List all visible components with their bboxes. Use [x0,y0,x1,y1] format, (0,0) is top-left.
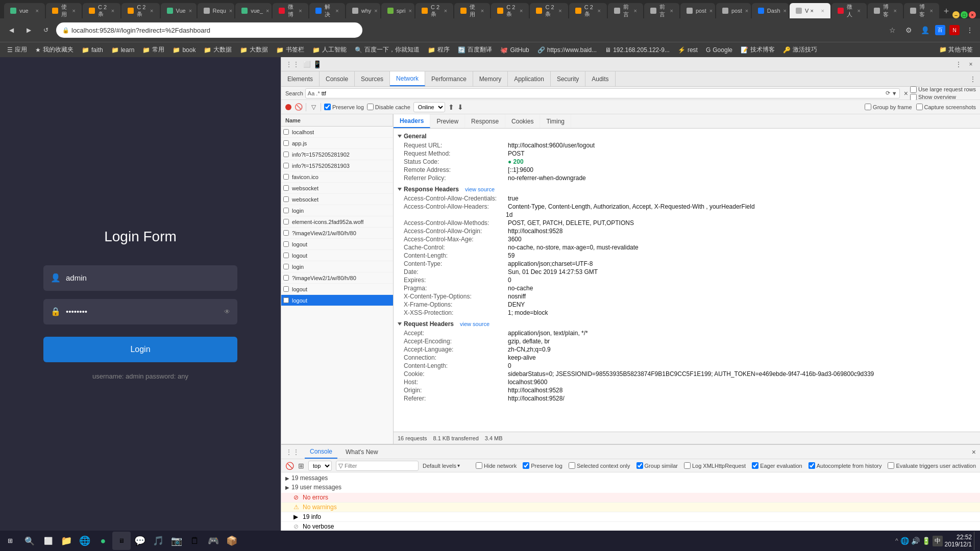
tab-memory[interactable]: Memory [473,71,508,86]
list-item[interactable]: websocket [281,194,393,205]
bookmarks-item[interactable]: ⚡ rest [675,45,701,55]
info-expand-icon[interactable]: ▶ [293,513,301,520]
general-section-header[interactable]: General [398,133,976,140]
console-expand-icon[interactable]: ⊞ [298,462,304,470]
tab-close-icon[interactable]: × [374,8,377,14]
eval-triggers-checkbox[interactable]: Evaluate triggers user activation [888,462,976,469]
tab[interactable]: spri × [381,3,414,18]
disable-cache-checkbox[interactable]: Disable cache [367,104,410,110]
extensions-icon[interactable]: ⚙ [902,24,915,36]
throttle-select[interactable]: Online [413,102,445,112]
bookmarks-item[interactable]: ★ 我的收藏夹 [32,44,77,55]
tab-close-icon[interactable]: × [299,8,302,14]
tab-close-icon[interactable]: × [229,8,232,14]
active-tab[interactable]: V × × [790,3,830,18]
tab[interactable]: Requ × [198,3,235,18]
list-item-selected[interactable]: logout [281,295,393,306]
devtools-more-tabs[interactable]: ⋮ [966,71,980,86]
close-button[interactable]: × [969,11,976,18]
tab[interactable]: Dash × [752,3,789,18]
taskbar-icon[interactable]: 🎮 [204,532,223,550]
list-item[interactable]: logout [281,239,393,250]
tab[interactable]: why × [346,3,380,18]
volume-tray-icon[interactable]: 🔊 [911,537,920,545]
ime-indicator[interactable]: 中 [933,536,943,546]
clear-icon[interactable]: 🚫 [295,103,303,111]
tab-network[interactable]: Network [390,71,425,86]
other-bookmarks[interactable]: 📁 其他书签 [936,44,976,55]
tab[interactable]: 微博 × [273,3,308,18]
user-messages-group-header[interactable]: ▶ 19 user messages [285,483,976,492]
list-item[interactable]: login [281,261,393,272]
tab[interactable]: Vue × [161,3,197,18]
tray-icon[interactable]: ^ [895,537,898,544]
tab-close-icon[interactable]: × [72,8,76,14]
username-input[interactable] [66,273,230,282]
list-item[interactable]: app.js [281,138,393,149]
bookmarks-item[interactable]: 🐙 GitHub [497,45,532,55]
show-overview-checkbox[interactable]: Show overview [910,94,976,101]
tab[interactable]: 使用 × [46,3,82,18]
bookmarks-item[interactable]: G Google [703,45,736,55]
tab[interactable]: C 2条 × [121,3,159,18]
tab[interactable]: vue × [4,3,45,18]
search-clear-icon[interactable]: ⟳ [886,90,890,96]
new-tab-button[interactable]: + [940,4,952,18]
list-item[interactable]: localhost [281,127,393,138]
login-button[interactable]: Login [43,337,237,362]
taskbar-icon[interactable]: 📦 [223,532,241,550]
tab-close-icon[interactable]: × [670,8,673,14]
tab[interactable]: 博客 × [904,3,939,18]
refresh-button[interactable]: ↺ [39,23,53,37]
list-item[interactable]: ?imageView2/1/w/80/h/80 [281,228,393,239]
tab-preview[interactable]: Preview [430,114,465,128]
bookmarks-item[interactable]: 📁 book [169,45,199,55]
bookmarks-item[interactable]: 📁 人工智能 [309,44,350,55]
list-item[interactable]: favicon.ico [281,171,393,183]
bookmarks-item[interactable]: 📁 大数据 [201,44,235,55]
toggle-password-icon[interactable]: 👁 [224,308,230,315]
taskbar-icon[interactable]: 💬 [131,532,149,550]
tab[interactable]: C 2条 × [569,3,607,18]
ext-icon-1[interactable]: 百 [935,25,945,35]
tab[interactable]: post × [716,3,751,18]
taskbar-icon[interactable]: 🖥 [112,532,131,550]
battery-tray-icon[interactable]: 🔋 [922,537,930,545]
console-clear-icon[interactable]: 🚫 [285,462,294,470]
record-button[interactable] [285,104,291,110]
task-view-button[interactable]: ⬜ [39,532,57,550]
filter-toggle-icon[interactable]: ▽ [309,103,317,111]
tab-close-icon[interactable]: × [783,8,787,14]
star-icon[interactable]: ☆ [886,24,898,36]
tab-close-icon[interactable]: × [857,8,861,14]
tab-close-icon[interactable]: × [111,8,114,14]
console-filter-input[interactable] [345,463,416,469]
preserve-log-checkbox[interactable]: Preserve log [324,104,364,110]
tab-close-icon[interactable]: × [150,8,153,14]
group-by-frame-checkbox[interactable]: Group by frame [865,104,912,110]
tab-cookies[interactable]: Cookies [505,114,540,128]
search-submit-icon[interactable]: ▼ [892,90,897,96]
hide-network-checkbox[interactable]: Hide network [476,462,517,469]
use-large-rows-checkbox[interactable]: Use large request rows [910,86,976,93]
tab[interactable]: C 2条 × [491,3,529,18]
tab-performance[interactable]: Performance [425,71,473,86]
tab-close-icon[interactable]: × [335,8,338,14]
devtools-more-icon[interactable]: ⋮ [953,59,964,69]
list-item[interactable]: logout [281,284,393,295]
devtools-phone-icon[interactable]: 📱 [312,59,322,69]
import-icon[interactable]: ⬆ [448,103,454,111]
bookmarks-item[interactable]: 📁 faith [79,45,106,55]
tab-close-icon[interactable]: × [558,8,561,14]
taskbar-icon[interactable]: 🗒 [186,532,204,550]
list-item[interactable]: login [281,205,393,216]
selected-context-checkbox[interactable]: Selected context only [569,462,630,469]
tab[interactable]: 前言 × [644,3,679,18]
bookmarks-item[interactable]: 🔍 百度一下，你就知道 [352,44,423,55]
tab-close-icon[interactable]: × [444,8,447,14]
context-select[interactable]: top [308,461,332,471]
taskbar-icon[interactable]: 🎵 [149,532,167,550]
bookmarks-item[interactable]: 🔑 激活技巧 [780,44,820,55]
bookmarks-item[interactable]: 🔗 https://www.baid... [534,45,600,55]
list-item[interactable]: info?t=1575205281903 [281,160,393,171]
